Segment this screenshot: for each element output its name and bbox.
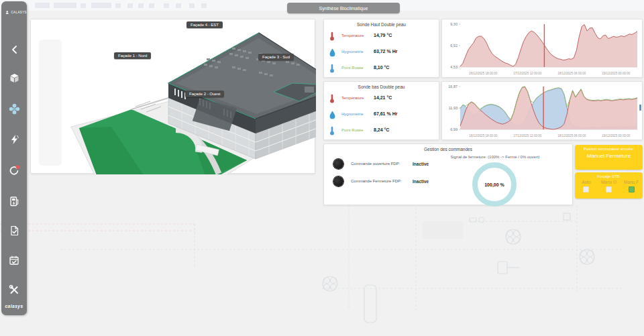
sensor-label: Température [341,34,364,38]
svg-text:18/12/2025 06:00:00: 18/12/2025 06:00:00 [557,72,586,75]
chart-panel-double-peau: 16,8711,936,9916/12/2025 18:00:0017/12/2… [441,81,643,140]
sidebar-item-ev-charging[interactable] [4,191,24,211]
building-3d-panel: Façade 4 - EST Façade 1 - Nord Façade 3 … [30,19,315,174]
forcage-panel-title: Forçage GTB: [575,172,643,178]
temperature-trend-chart[interactable]: 9,306,924,5316/12/2025 18:00:0017/12/202… [442,19,642,77]
cube-icon [9,73,19,83]
sensor-label: Point Rosée [341,66,364,70]
sidebar-item-tools[interactable] [4,280,24,300]
command-status: Inactive [413,162,429,166]
chart-panel-exterieur: 9,306,924,5316/12/2025 18:00:0017/12/202… [441,19,643,78]
building-3d-view[interactable] [31,19,316,174]
sensor-row-point-rosee: Point Rosée 8,24 °C [324,125,439,138]
facade-label-south[interactable]: Façade 3 - Sud [258,54,294,60]
sidebar-item-energy[interactable] [4,129,24,150]
tools-icon [9,284,19,295]
droplet-icon [328,48,337,57]
switch-panel-title: Position commutateur armoire: [575,145,643,151]
sidebar-brand-label: CALASYS [11,11,27,14]
sensor-label: Point Rosée [341,128,364,132]
command-label: Commande ouverture FDP: [351,162,400,166]
svg-text:16/12/2025 18:00:00: 16/12/2025 18:00:00 [469,72,498,75]
sensor-value: 8,10 °C [374,65,389,70]
sensor-row-hygrometrie: Hygrométrie 67,61 % Hr [324,109,439,122]
sensor-value: 63,72 % Hr [374,49,397,54]
sidebar-item-back[interactable] [4,40,24,60]
svg-text:4,53: 4,53 [450,65,458,69]
sensor-row-temperature: Température 14,21 °C [324,93,439,106]
svg-text:19/12/2025 00:00:00: 19/12/2025 00:00:00 [602,72,631,75]
sensor-panel-haut: Sonde Haut Double peau Température 14,79… [323,19,439,78]
sensor-panel-title: Sonde bas Double peau [324,82,439,89]
command-label: Commande Fermeture FDP: [351,179,402,183]
sidebar-user[interactable]: CALASYS [1,8,27,17]
thermometer-blue-icon [328,64,337,73]
svg-text:11,93: 11,93 [449,106,458,110]
forcage-option-label: Manu O [601,180,616,184]
svg-text:18/12/2025 06:00:00: 18/12/2025 06:00:00 [557,134,586,137]
forcage-checkbox-auto[interactable] [583,186,589,192]
fan-icon [9,103,20,115]
sidebar-item-scheduler[interactable] [4,250,24,270]
svg-text:16,87: 16,87 [448,85,458,89]
lightning-icon [9,134,19,145]
forcage-option-manu-o[interactable]: Manu O [598,180,619,192]
sidebar-logo: calasys [5,304,23,309]
sensor-value: 14,79 °C [374,33,392,38]
gauge-value: 100,00 % [484,182,504,187]
command-status: Inactive [413,179,429,184]
sidebar-item-reports[interactable] [4,221,24,241]
svg-text:9,30: 9,30 [450,22,458,26]
droplet-icon [328,110,337,119]
app-root: CALASYS [0,0,644,336]
document-check-icon [9,225,19,236]
sidebar-item-ventilation[interactable] [4,99,24,119]
svg-text:6,99: 6,99 [450,127,458,131]
led-ouverture [333,159,343,169]
thermometer-red-icon [328,94,337,103]
sensor-panel-title: Sonde Haut Double peau [324,19,439,27]
commands-title: Gestion des commandes [324,144,572,152]
sidebar: CALASYS [1,1,27,315]
svg-text:17/12/2025 12:00:00: 17/12/2025 12:00:00 [513,72,542,75]
sidebar-item-alarms[interactable] [4,160,24,180]
user-icon [5,8,9,17]
svg-text:19/12/2025 00:00:00: 19/12/2025 00:00:00 [602,134,631,137]
commands-panel: Gestion des commandes Commande ouverture… [323,144,573,205]
page-title[interactable]: Synthèse Bioclimatique [287,3,400,13]
facade-label-east[interactable]: Façade 4 - EST [186,21,223,28]
svg-text:6,92: 6,92 [450,44,458,48]
sensor-label: Température [341,96,364,100]
sensor-value: 8,24 °C [374,127,389,132]
facade-label-west[interactable]: Façade 2 - Ouest [185,91,224,97]
led-fermeture [333,176,343,186]
sensor-row-hygrometrie: Hygrométrie 63,72 % Hr [324,46,439,60]
svg-text:17/12/2025 12:00:00: 17/12/2025 12:00:00 [513,134,542,137]
chevron-left-icon [10,45,19,54]
double-peau-trend-chart[interactable]: 16,8711,936,9916/12/2025 18:00:0017/12/2… [442,82,642,139]
calendar-icon [9,256,19,266]
sensor-label: Hygrométrie [341,112,364,116]
forcage-option-auto[interactable]: Auto [576,180,596,192]
switch-position-value[interactable]: Manuel Fermeture [575,153,643,159]
forcage-option-manu-f[interactable]: Manu F [621,180,641,192]
facade-label-north[interactable]: Façade 1 - Nord [114,52,151,59]
switch-position-panel: Position commutateur armoire: Manuel Fer… [575,145,643,170]
ev-charger-icon [9,196,19,207]
forcage-checkbox-manu-f[interactable] [629,186,635,192]
thermometer-red-icon [328,32,337,41]
sensor-label: Hygrométrie [341,50,364,54]
forcage-checkbox-manu-o[interactable] [606,186,612,192]
thermometer-blue-icon [328,126,337,135]
sidebar-item-building-3d[interactable] [4,68,24,88]
svg-text:16/12/2025 18:00:00: 16/12/2025 18:00:00 [469,134,498,137]
sensor-row-point-rosee: Point Rosée 8,10 °C [324,62,439,76]
forcage-option-label: Manu F [624,180,639,184]
refresh-alert-icon [9,165,20,176]
closure-gauge: 100,00 % [472,162,517,207]
sensor-value: 14,21 °C [374,95,392,100]
forcage-option-label: Auto [582,180,590,184]
sensor-value: 67,61 % Hr [374,111,397,116]
sensor-row-temperature: Température 14,79 °C [324,30,439,44]
forcage-gtb-panel: Forçage GTB: Auto Manu O Manu F [575,172,643,199]
